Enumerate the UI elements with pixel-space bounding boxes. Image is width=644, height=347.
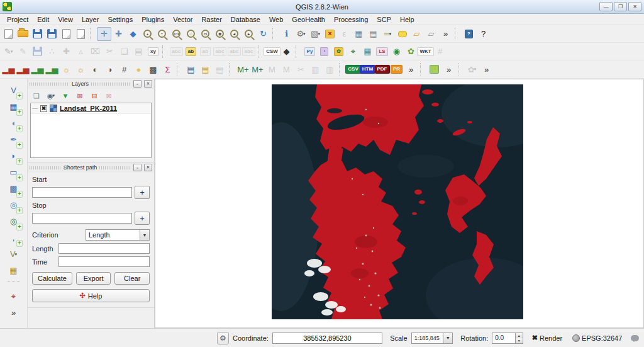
tree-expander[interactable]: — — [32, 105, 38, 111]
menu-geohealth[interactable]: GeoHealth — [287, 15, 330, 24]
calculate-button[interactable]: Calculate — [32, 272, 72, 285]
add-map-green-icon[interactable]: M+ — [236, 62, 250, 76]
layer-name[interactable]: Landsat_PK-2011 — [60, 105, 117, 112]
full-cumulative-cut-icon[interactable]: ▂▅ — [45, 62, 59, 76]
map-tool-disabled-2-icon[interactable]: M — [279, 62, 294, 76]
refresh-map-icon[interactable]: ↻ — [256, 27, 270, 41]
menu-edit[interactable]: Edit — [33, 15, 53, 24]
remove-layer-icon[interactable]: ⊠ — [103, 90, 115, 101]
coordinate-extent-toggle-icon[interactable]: ⚙ — [217, 332, 229, 344]
zoom-last-icon[interactable]: ◂ — [227, 27, 242, 41]
composer-manager-icon[interactable] — [74, 27, 88, 41]
menu-processing[interactable]: Processing — [330, 15, 372, 24]
topology-checker-icon[interactable]: # — [433, 45, 447, 59]
open-project-icon[interactable] — [16, 27, 30, 41]
metasearch-icon[interactable]: ◆ — [279, 45, 294, 59]
raster-calculator-icon[interactable]: ▩ — [146, 62, 160, 76]
zoom-next-icon[interactable]: ▸ — [242, 27, 256, 41]
add-wms-layer-icon[interactable]: ▩+ — [6, 181, 22, 196]
pan-map-icon[interactable]: ✚ — [111, 27, 126, 41]
decrease-contrast-icon[interactable]: ◑ — [103, 62, 117, 76]
whats-this-icon[interactable]: ? — [476, 27, 491, 41]
python-console-icon[interactable]: Py — [303, 45, 317, 59]
deselect-features-icon[interactable]: ✕ — [323, 27, 337, 41]
menu-help[interactable]: Help — [396, 15, 419, 24]
export-htm-icon[interactable]: HTM — [360, 62, 375, 76]
color-balance-icon[interactable]: ● — [131, 62, 146, 76]
label-rotate-icon[interactable]: abc — [227, 45, 242, 59]
attribute-table-icon[interactable]: ▦ — [352, 27, 366, 41]
chevron-down-icon[interactable]: ▼ — [140, 230, 149, 240]
show-bookmarks-icon[interactable]: ▱ — [424, 27, 438, 41]
expand-all-icon[interactable]: ⊞ — [74, 90, 86, 101]
add-wcs-layer-icon[interactable]: ◎+ — [6, 197, 22, 213]
increase-contrast-icon[interactable]: ◐ — [88, 62, 103, 76]
filter-legend-icon[interactable]: ▼ — [59, 90, 72, 101]
add-feature-icon[interactable]: ∴ — [45, 45, 59, 59]
plugin-leaf-icon[interactable]: ✿ — [404, 45, 418, 59]
plugin-table-icon[interactable]: ▦ — [360, 45, 375, 59]
add-mssql-layer-icon[interactable]: ◗+ — [6, 148, 22, 164]
map-view-yellow-icon[interactable]: ▤ — [198, 62, 213, 76]
spin-up-icon[interactable]: ▲ — [516, 333, 523, 338]
toggle-editing-icon[interactable]: ✎ — [16, 45, 30, 59]
length-input[interactable] — [58, 243, 150, 254]
run-feature-action-icon[interactable]: ⚙▾ — [294, 27, 308, 41]
clear-button[interactable]: Clear — [114, 272, 150, 285]
help-contents-icon[interactable]: ? — [462, 27, 476, 41]
add-map-teal-icon[interactable]: M+ — [250, 62, 265, 76]
add-vector-layer-icon[interactable]: V+ — [6, 82, 22, 98]
help-button[interactable]: ✣ Help — [32, 289, 150, 302]
rotation-spinner[interactable]: 0.0 ▲ ▼ — [492, 333, 523, 344]
roadgraph-settings-icon[interactable]: ✿▾ — [465, 62, 479, 76]
new-bookmark-icon[interactable]: ▱ — [409, 27, 424, 41]
panel-float-button[interactable]: ▫ — [133, 164, 142, 171]
toolbar-overflow-row3b[interactable]: » — [441, 62, 456, 76]
crs-status[interactable]: EPSG:32647 — [572, 334, 622, 342]
label-move-icon[interactable]: abc — [213, 45, 227, 59]
add-group-icon[interactable]: ❏ — [30, 90, 43, 101]
panel-close-button[interactable]: ✕ — [144, 164, 152, 171]
plugin-builder-icon[interactable]: ✿ — [331, 45, 346, 59]
gps-information-icon[interactable]: ⌖ — [346, 45, 360, 59]
full-histogram-stretch-icon[interactable]: ▂▅ — [16, 62, 30, 76]
export-button[interactable]: Export — [76, 272, 111, 285]
label-show-hide-icon[interactable]: ab — [198, 45, 213, 59]
vertical-toolbar-expand-icon[interactable]: » — [6, 305, 22, 321]
menu-settings[interactable]: Settings — [103, 15, 137, 24]
touch-zoom-pan-icon[interactable]: ✛ — [97, 27, 111, 41]
map-view-disabled-icon[interactable]: ▤ — [213, 62, 227, 76]
label-properties-icon[interactable]: abc — [242, 45, 256, 59]
scale-select[interactable]: 1:185,845 ▼ — [411, 333, 453, 344]
local-cumulative-cut-icon[interactable]: ▂▅ — [30, 62, 45, 76]
menu-plugins[interactable]: Plugins — [137, 15, 169, 24]
minimize-button[interactable]: — — [599, 2, 613, 11]
add-spatialite-layer-icon[interactable]: ✒+ — [6, 132, 22, 147]
panel-drag-handle[interactable] — [91, 82, 131, 86]
zoom-to-layer-icon[interactable]: ≣ — [213, 27, 227, 41]
zoom-full-icon[interactable]: □ — [184, 27, 198, 41]
wkt-plugin-icon[interactable]: WKT — [418, 45, 433, 59]
coordinate-input[interactable] — [272, 333, 382, 344]
plugin-circle-icon[interactable]: ◔ — [317, 45, 331, 59]
menu-raster[interactable]: Raster — [197, 15, 226, 24]
new-shapefile-layer-icon[interactable]: V▾ — [6, 246, 22, 262]
zoom-native-icon[interactable]: 1:1 — [169, 27, 184, 41]
toolbar-overflow-row3c[interactable]: » — [479, 62, 494, 76]
move-feature-icon[interactable]: ✚ — [59, 45, 74, 59]
identify-features-icon[interactable]: ℹ — [279, 27, 294, 41]
save-project-icon[interactable] — [30, 27, 45, 41]
crosshatch-grid-icon[interactable]: # — [117, 62, 131, 76]
spin-down-icon[interactable]: ▼ — [516, 338, 523, 343]
panel-drag-handle[interactable] — [30, 82, 69, 86]
layer-visibility-checkbox[interactable]: ✖ — [40, 105, 47, 112]
save-layer-edits-icon[interactable] — [30, 45, 45, 59]
time-input[interactable] — [58, 256, 150, 267]
delete-selected-icon[interactable]: ⌧ — [88, 45, 103, 59]
add-delimited-text-layer-icon[interactable]: ,+ — [6, 230, 22, 246]
chevron-down-icon[interactable]: ▼ — [443, 333, 452, 343]
pan-map-to-selection-icon[interactable]: ◆ — [126, 27, 140, 41]
local-histogram-stretch-icon[interactable]: ▂▅ — [1, 62, 16, 76]
measure-icon[interactable]: ═▾ — [380, 27, 395, 41]
add-postgis-layer-icon[interactable]: ◖+ — [6, 115, 22, 131]
